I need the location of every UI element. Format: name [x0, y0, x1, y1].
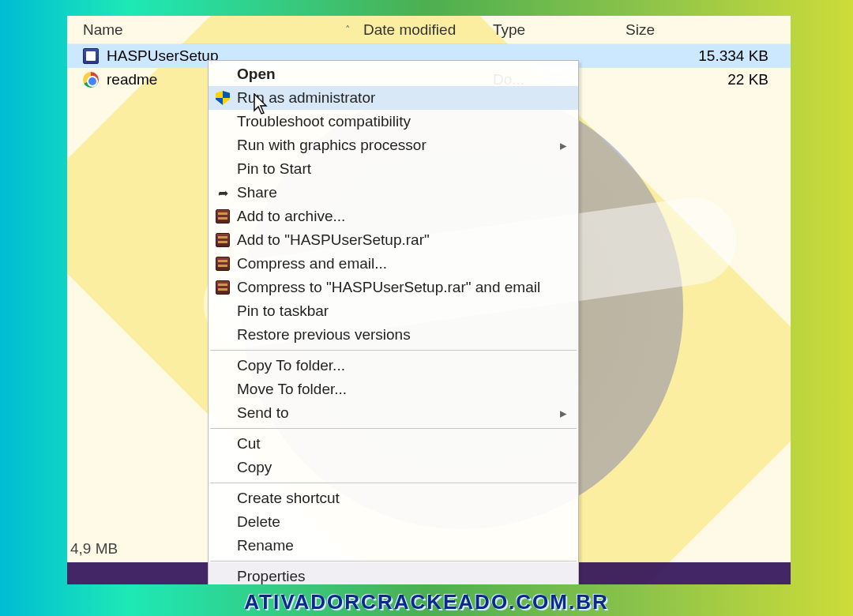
- file-name: readme: [107, 71, 157, 88]
- context-menu: Open Run as administrator Troubleshoot c…: [208, 60, 579, 584]
- chrome-icon: [83, 72, 99, 88]
- menu-separator: [210, 483, 577, 483]
- menu-delete[interactable]: Delete: [209, 510, 578, 534]
- menu-pin-to-start[interactable]: Pin to Start: [209, 157, 578, 181]
- sort-ascending-icon: ˄: [345, 24, 351, 36]
- explorer-window: Name ˄ Date modified Type Size HASPUserS…: [67, 16, 791, 584]
- menu-restore-previous-versions[interactable]: Restore previous versions: [209, 323, 578, 347]
- column-name[interactable]: Name: [83, 21, 123, 39]
- menu-copy[interactable]: Copy: [209, 456, 578, 479]
- installer-icon: [83, 48, 99, 64]
- menu-open[interactable]: Open: [209, 62, 578, 86]
- column-date[interactable]: Date modified: [363, 21, 493, 39]
- menu-send-to[interactable]: Send to ▸: [209, 401, 578, 425]
- menu-copy-to-folder[interactable]: Copy To folder...: [209, 354, 578, 377]
- menu-compress-named-and-email[interactable]: Compress to "HASPUserSetup.rar" and emai…: [209, 276, 578, 299]
- column-type[interactable]: Type: [493, 21, 586, 39]
- file-name: HASPUserSetup: [107, 47, 219, 65]
- menu-add-to-named-archive[interactable]: Add to "HASPUserSetup.rar": [209, 228, 578, 252]
- watermark-text: ATIVADORCRACKEADO.COM.BR: [0, 590, 853, 614]
- column-headers[interactable]: Name ˄ Date modified Type Size: [67, 16, 791, 44]
- menu-pin-to-taskbar[interactable]: Pin to taskbar: [209, 299, 578, 323]
- submenu-arrow-icon: ▸: [560, 405, 567, 422]
- menu-share[interactable]: ➦ Share: [209, 181, 578, 205]
- status-bar-size: 4,9 MB: [70, 540, 118, 558]
- menu-compress-and-email[interactable]: Compress and email...: [209, 252, 578, 276]
- submenu-arrow-icon: ▸: [560, 137, 567, 154]
- archive-icon: [215, 232, 231, 248]
- menu-separator: [210, 350, 577, 351]
- file-size: 15.334 KB: [586, 47, 791, 65]
- menu-cut[interactable]: Cut: [209, 432, 578, 456]
- menu-troubleshoot-compatibility[interactable]: Troubleshoot compatibility: [209, 110, 578, 133]
- share-icon: ➦: [215, 185, 231, 201]
- menu-create-shortcut[interactable]: Create shortcut: [209, 486, 578, 510]
- menu-add-to-archive[interactable]: Add to archive...: [209, 205, 578, 228]
- file-size: 22 KB: [586, 71, 791, 88]
- uac-shield-icon: [215, 90, 231, 106]
- menu-separator: [210, 428, 577, 429]
- archive-icon: [215, 208, 231, 224]
- column-size[interactable]: Size: [586, 21, 791, 39]
- menu-move-to-folder[interactable]: Move To folder...: [209, 377, 578, 401]
- archive-icon: [215, 256, 231, 272]
- menu-run-with-graphics-processor[interactable]: Run with graphics processor ▸: [209, 133, 578, 157]
- menu-run-as-administrator[interactable]: Run as administrator: [209, 86, 578, 110]
- menu-properties[interactable]: Properties: [209, 565, 578, 584]
- archive-icon: [215, 280, 231, 295]
- menu-rename[interactable]: Rename: [209, 534, 578, 558]
- menu-separator: [210, 561, 577, 562]
